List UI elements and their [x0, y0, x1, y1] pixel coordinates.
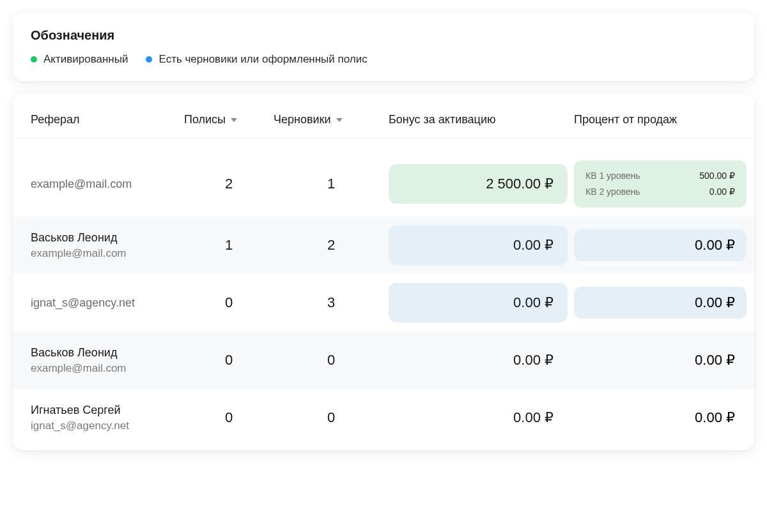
- legend-items: Активированный Есть черновики или оформл…: [31, 53, 736, 66]
- drafts-cell: 3: [274, 294, 389, 311]
- bonus-cell: 2 500.00 ₽: [389, 164, 568, 204]
- table-header: Реферал Полисы Черновики Бонус за актива…: [13, 107, 754, 139]
- legend-item-drafts: Есть черновики или оформленный полис: [146, 53, 367, 66]
- header-drafts-label: Черновики: [274, 113, 331, 126]
- referral-cell: example@mail.com: [31, 178, 184, 191]
- percent-cell: 0.00 ₽: [574, 229, 753, 261]
- drafts-cell: 1: [274, 176, 389, 192]
- referrals-table: Реферал Полисы Черновики Бонус за актива…: [13, 94, 754, 450]
- kv-level-1: КВ 1 уровень500.00 ₽: [585, 168, 735, 184]
- kv-level-2: КВ 2 уровень0.00 ₽: [585, 184, 735, 200]
- percent-cell: 0.00 ₽: [574, 402, 753, 434]
- table-row[interactable]: Васьков Леонидexample@mail.com120.00 ₽0.…: [13, 217, 754, 274]
- legend-title: Обозначения: [31, 28, 736, 43]
- referral-name: Васьков Леонид: [31, 231, 184, 245]
- referral-email: example@mail.com: [31, 362, 184, 375]
- drafts-cell: 0: [274, 409, 389, 426]
- referral-cell: Васьков Леонидexample@mail.com: [31, 346, 184, 375]
- table-body: example@mail.com212 500.00 ₽КВ 1 уровень…: [13, 145, 754, 446]
- referral-cell: Игнатьев Сергейignat_s@agency.net: [31, 404, 184, 432]
- referral-cell: ignat_s@agency.net: [31, 296, 184, 310]
- policies-cell: 0: [184, 294, 274, 311]
- header-policies[interactable]: Полисы: [184, 113, 274, 126]
- header-percent: Процент от продаж: [574, 113, 753, 126]
- header-policies-label: Полисы: [184, 113, 226, 126]
- caret-down-icon: [231, 118, 237, 122]
- legend-label: Активированный: [43, 53, 128, 66]
- referral-email: example@mail.com: [31, 247, 184, 260]
- bonus-cell: 0.00 ₽: [389, 225, 568, 265]
- policies-cell: 0: [184, 352, 274, 369]
- dot-blue-icon: [146, 56, 152, 63]
- policies-cell: 2: [184, 176, 274, 192]
- header-referral: Реферал: [31, 113, 184, 126]
- caret-down-icon: [336, 118, 343, 122]
- table-row[interactable]: ignat_s@agency.net030.00 ₽0.00 ₽: [13, 274, 754, 331]
- policies-cell: 0: [184, 409, 274, 426]
- table-row[interactable]: example@mail.com212 500.00 ₽КВ 1 уровень…: [13, 151, 754, 217]
- bonus-cell: 0.00 ₽: [389, 398, 568, 437]
- drafts-cell: 0: [274, 352, 389, 369]
- referral-email: ignat_s@agency.net: [31, 296, 184, 310]
- legend-card: Обозначения Активированный Есть черновик…: [13, 13, 754, 81]
- legend-label: Есть черновики или оформленный полис: [159, 53, 367, 66]
- percent-cell: КВ 1 уровень500.00 ₽КВ 2 уровень0.00 ₽: [574, 160, 753, 208]
- referral-name: Васьков Леонид: [31, 346, 184, 360]
- dot-green-icon: [31, 56, 37, 63]
- percent-cell: 0.00 ₽: [574, 287, 753, 319]
- policies-cell: 1: [184, 237, 274, 254]
- header-bonus: Бонус за активацию: [389, 113, 574, 126]
- referral-email: ignat_s@agency.net: [31, 420, 184, 432]
- percent-cell: 0.00 ₽: [574, 344, 753, 376]
- table-row[interactable]: Игнатьев Сергейignat_s@agency.net000.00 …: [13, 389, 754, 446]
- bonus-cell: 0.00 ₽: [389, 340, 568, 380]
- header-drafts[interactable]: Черновики: [274, 113, 389, 126]
- referral-cell: Васьков Леонидexample@mail.com: [31, 231, 184, 260]
- bonus-cell: 0.00 ₽: [389, 283, 568, 323]
- legend-item-activated: Активированный: [31, 53, 128, 66]
- referral-name: Игнатьев Сергей: [31, 404, 184, 417]
- drafts-cell: 2: [274, 237, 389, 254]
- referral-email: example@mail.com: [31, 178, 184, 191]
- table-row[interactable]: Васьков Леонидexample@mail.com000.00 ₽0.…: [13, 331, 754, 389]
